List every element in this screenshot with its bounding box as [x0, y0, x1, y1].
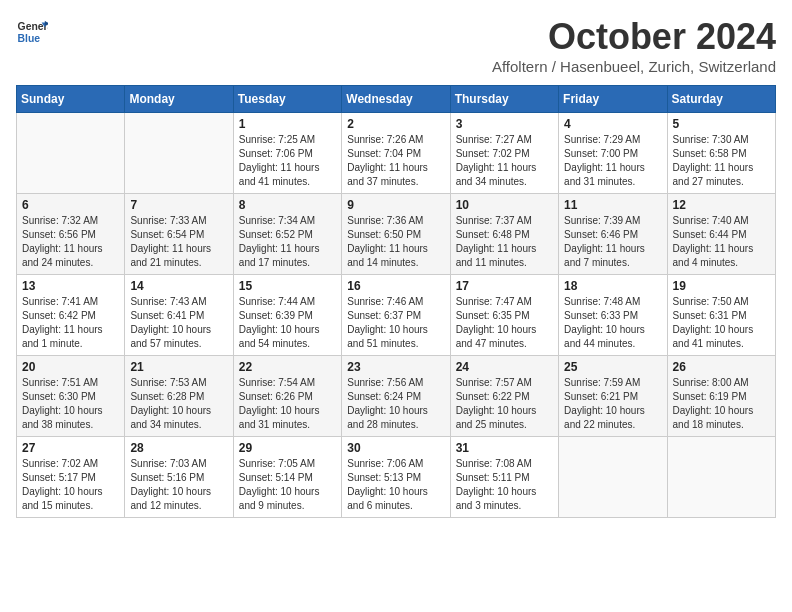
day-info: Sunrise: 7:27 AMSunset: 7:02 PMDaylight:… [456, 133, 553, 189]
header-friday: Friday [559, 86, 667, 113]
calendar-cell: 5Sunrise: 7:30 AMSunset: 6:58 PMDaylight… [667, 113, 775, 194]
day-number: 14 [130, 279, 227, 293]
calendar-table: Sunday Monday Tuesday Wednesday Thursday… [16, 85, 776, 518]
day-info: Sunrise: 7:47 AMSunset: 6:35 PMDaylight:… [456, 295, 553, 351]
svg-text:Blue: Blue [18, 33, 41, 44]
day-number: 24 [456, 360, 553, 374]
day-info: Sunrise: 7:54 AMSunset: 6:26 PMDaylight:… [239, 376, 336, 432]
day-number: 11 [564, 198, 661, 212]
day-number: 29 [239, 441, 336, 455]
calendar-cell: 31Sunrise: 7:08 AMSunset: 5:11 PMDayligh… [450, 437, 558, 518]
day-info: Sunrise: 7:53 AMSunset: 6:28 PMDaylight:… [130, 376, 227, 432]
day-number: 4 [564, 117, 661, 131]
calendar-week-3: 13Sunrise: 7:41 AMSunset: 6:42 PMDayligh… [17, 275, 776, 356]
weekday-row: Sunday Monday Tuesday Wednesday Thursday… [17, 86, 776, 113]
calendar-header: Sunday Monday Tuesday Wednesday Thursday… [17, 86, 776, 113]
day-number: 8 [239, 198, 336, 212]
calendar-cell: 12Sunrise: 7:40 AMSunset: 6:44 PMDayligh… [667, 194, 775, 275]
day-info: Sunrise: 7:41 AMSunset: 6:42 PMDaylight:… [22, 295, 119, 351]
day-number: 28 [130, 441, 227, 455]
calendar-cell [667, 437, 775, 518]
title-block: October 2024 Affoltern / Hasenbueel, Zur… [492, 16, 776, 75]
calendar-title: October 2024 [492, 16, 776, 58]
day-number: 13 [22, 279, 119, 293]
day-info: Sunrise: 8:00 AMSunset: 6:19 PMDaylight:… [673, 376, 770, 432]
calendar-cell: 27Sunrise: 7:02 AMSunset: 5:17 PMDayligh… [17, 437, 125, 518]
calendar-cell: 19Sunrise: 7:50 AMSunset: 6:31 PMDayligh… [667, 275, 775, 356]
calendar-cell: 23Sunrise: 7:56 AMSunset: 6:24 PMDayligh… [342, 356, 450, 437]
day-info: Sunrise: 7:44 AMSunset: 6:39 PMDaylight:… [239, 295, 336, 351]
calendar-cell: 7Sunrise: 7:33 AMSunset: 6:54 PMDaylight… [125, 194, 233, 275]
day-info: Sunrise: 7:06 AMSunset: 5:13 PMDaylight:… [347, 457, 444, 513]
day-info: Sunrise: 7:48 AMSunset: 6:33 PMDaylight:… [564, 295, 661, 351]
day-number: 27 [22, 441, 119, 455]
day-info: Sunrise: 7:43 AMSunset: 6:41 PMDaylight:… [130, 295, 227, 351]
calendar-cell: 13Sunrise: 7:41 AMSunset: 6:42 PMDayligh… [17, 275, 125, 356]
day-number: 19 [673, 279, 770, 293]
header-tuesday: Tuesday [233, 86, 341, 113]
logo: General Blue [16, 16, 48, 48]
calendar-cell: 3Sunrise: 7:27 AMSunset: 7:02 PMDaylight… [450, 113, 558, 194]
day-info: Sunrise: 7:30 AMSunset: 6:58 PMDaylight:… [673, 133, 770, 189]
day-number: 30 [347, 441, 444, 455]
calendar-cell: 26Sunrise: 8:00 AMSunset: 6:19 PMDayligh… [667, 356, 775, 437]
calendar-cell: 2Sunrise: 7:26 AMSunset: 7:04 PMDaylight… [342, 113, 450, 194]
day-number: 1 [239, 117, 336, 131]
day-number: 15 [239, 279, 336, 293]
day-number: 23 [347, 360, 444, 374]
day-info: Sunrise: 7:51 AMSunset: 6:30 PMDaylight:… [22, 376, 119, 432]
day-number: 12 [673, 198, 770, 212]
day-number: 25 [564, 360, 661, 374]
day-number: 20 [22, 360, 119, 374]
calendar-cell [559, 437, 667, 518]
day-number: 10 [456, 198, 553, 212]
day-info: Sunrise: 7:50 AMSunset: 6:31 PMDaylight:… [673, 295, 770, 351]
day-number: 5 [673, 117, 770, 131]
day-info: Sunrise: 7:34 AMSunset: 6:52 PMDaylight:… [239, 214, 336, 270]
day-number: 22 [239, 360, 336, 374]
calendar-cell: 14Sunrise: 7:43 AMSunset: 6:41 PMDayligh… [125, 275, 233, 356]
calendar-subtitle: Affoltern / Hasenbueel, Zurich, Switzerl… [492, 58, 776, 75]
calendar-cell: 28Sunrise: 7:03 AMSunset: 5:16 PMDayligh… [125, 437, 233, 518]
calendar-week-2: 6Sunrise: 7:32 AMSunset: 6:56 PMDaylight… [17, 194, 776, 275]
day-number: 26 [673, 360, 770, 374]
calendar-cell: 6Sunrise: 7:32 AMSunset: 6:56 PMDaylight… [17, 194, 125, 275]
calendar-cell: 10Sunrise: 7:37 AMSunset: 6:48 PMDayligh… [450, 194, 558, 275]
day-number: 3 [456, 117, 553, 131]
day-info: Sunrise: 7:37 AMSunset: 6:48 PMDaylight:… [456, 214, 553, 270]
calendar-cell: 17Sunrise: 7:47 AMSunset: 6:35 PMDayligh… [450, 275, 558, 356]
day-number: 18 [564, 279, 661, 293]
day-info: Sunrise: 7:25 AMSunset: 7:06 PMDaylight:… [239, 133, 336, 189]
calendar-cell [17, 113, 125, 194]
day-number: 21 [130, 360, 227, 374]
day-info: Sunrise: 7:59 AMSunset: 6:21 PMDaylight:… [564, 376, 661, 432]
day-info: Sunrise: 7:32 AMSunset: 6:56 PMDaylight:… [22, 214, 119, 270]
day-info: Sunrise: 7:40 AMSunset: 6:44 PMDaylight:… [673, 214, 770, 270]
calendar-cell: 22Sunrise: 7:54 AMSunset: 6:26 PMDayligh… [233, 356, 341, 437]
logo-icon: General Blue [16, 16, 48, 48]
day-info: Sunrise: 7:39 AMSunset: 6:46 PMDaylight:… [564, 214, 661, 270]
day-number: 6 [22, 198, 119, 212]
calendar-cell: 1Sunrise: 7:25 AMSunset: 7:06 PMDaylight… [233, 113, 341, 194]
calendar-cell: 16Sunrise: 7:46 AMSunset: 6:37 PMDayligh… [342, 275, 450, 356]
calendar-cell: 11Sunrise: 7:39 AMSunset: 6:46 PMDayligh… [559, 194, 667, 275]
calendar-cell: 20Sunrise: 7:51 AMSunset: 6:30 PMDayligh… [17, 356, 125, 437]
day-number: 16 [347, 279, 444, 293]
day-number: 9 [347, 198, 444, 212]
day-info: Sunrise: 7:46 AMSunset: 6:37 PMDaylight:… [347, 295, 444, 351]
day-info: Sunrise: 7:02 AMSunset: 5:17 PMDaylight:… [22, 457, 119, 513]
day-info: Sunrise: 7:56 AMSunset: 6:24 PMDaylight:… [347, 376, 444, 432]
day-info: Sunrise: 7:05 AMSunset: 5:14 PMDaylight:… [239, 457, 336, 513]
header-wednesday: Wednesday [342, 86, 450, 113]
calendar-cell: 25Sunrise: 7:59 AMSunset: 6:21 PMDayligh… [559, 356, 667, 437]
day-number: 31 [456, 441, 553, 455]
calendar-cell: 29Sunrise: 7:05 AMSunset: 5:14 PMDayligh… [233, 437, 341, 518]
calendar-body: 1Sunrise: 7:25 AMSunset: 7:06 PMDaylight… [17, 113, 776, 518]
day-info: Sunrise: 7:03 AMSunset: 5:16 PMDaylight:… [130, 457, 227, 513]
calendar-cell: 15Sunrise: 7:44 AMSunset: 6:39 PMDayligh… [233, 275, 341, 356]
day-info: Sunrise: 7:36 AMSunset: 6:50 PMDaylight:… [347, 214, 444, 270]
day-number: 2 [347, 117, 444, 131]
day-info: Sunrise: 7:08 AMSunset: 5:11 PMDaylight:… [456, 457, 553, 513]
calendar-week-4: 20Sunrise: 7:51 AMSunset: 6:30 PMDayligh… [17, 356, 776, 437]
day-info: Sunrise: 7:26 AMSunset: 7:04 PMDaylight:… [347, 133, 444, 189]
